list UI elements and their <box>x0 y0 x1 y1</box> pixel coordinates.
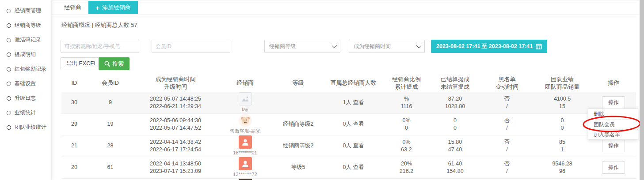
cell-settled: 61.40154.80 <box>430 157 480 178</box>
sidebar-item-label: 激活码记录 <box>15 36 41 44</box>
cell-direct-count: 0人 查看 <box>324 178 383 180</box>
table-row: 29192022-05-06 09:44:302022-05-07 14:47:… <box>61 113 636 135</box>
search-button[interactable]: 搜索 <box>99 57 130 70</box>
table-row: 19162022-04-14 08:58:052022-09-02 11:52:… <box>61 178 636 180</box>
cell-member-id: 61 <box>87 157 133 178</box>
row-action-dropdown: 删除团队会员加入黑名单 <box>588 109 638 140</box>
cell-blacklist: 否/ <box>480 113 533 135</box>
sidebar-menu: 经销商管理经销商等级激活码记录提成明细红包奖励记录基础设置升级日志业绩统计团队业… <box>0 0 51 135</box>
cell-dealer: lay <box>217 92 273 113</box>
cell-direct-count: 1人 查看 <box>324 92 383 113</box>
date-range-button[interactable]: 2023-08-02 17:41 至 2023-08-02 17:41 <box>431 40 547 53</box>
row-action-button[interactable]: 操作 <box>602 96 625 109</box>
sidebar-item-label: 经销商管理 <box>15 7 41 15</box>
sidebar-item-label: 基础设置 <box>15 80 36 87</box>
cell-level <box>273 178 324 180</box>
cell-settled: 87.201028.80 <box>430 92 480 113</box>
cell-ratio: 0%0 <box>383 113 430 135</box>
become-time-select-value: 成为经销商时间 <box>354 43 391 50</box>
date-range-value: 2023-08-02 17:41 至 2023-08-02 17:41 <box>436 43 533 50</box>
tabbar: 经销商 + 添加经销商 <box>52 0 640 15</box>
sidebar-item[interactable]: 提成明细 <box>0 47 51 62</box>
cell-team: 1223.994 <box>533 178 591 180</box>
circle-icon <box>7 9 11 13</box>
cell-team: 9546.2896 <box>533 157 591 178</box>
add-dealer-label: 添加经销商 <box>102 4 131 11</box>
column-header: 成为经销商时间升级时间 <box>133 74 217 92</box>
scrollbar-thumb[interactable] <box>640 0 644 180</box>
cell-level: 经销商等级2 <box>273 113 324 135</box>
become-time-select[interactable]: 成为经销商时间 <box>349 40 425 53</box>
sidebar: 经销商管理经销商等级激活码记录提成明细红包奖励记录基础设置升级日志业绩统计团队业… <box>0 0 52 180</box>
circle-icon <box>7 38 11 42</box>
cell-times: 2022-05-07 14:48:252022-06-21 14:29:34 <box>133 92 217 113</box>
cell-id: 21 <box>61 135 87 157</box>
cell-team: 4100.515 <box>533 92 591 113</box>
avatar <box>239 179 252 180</box>
avatar <box>239 157 252 170</box>
dealer-level-select-value: 经销商等级 <box>269 43 296 50</box>
view-link[interactable]: 查看 <box>353 142 364 149</box>
cell-ratio: 20%216.2 <box>383 157 430 178</box>
cell-settled: 210.804113.83 <box>430 178 480 180</box>
cell-member-id: 19 <box>87 113 133 135</box>
sidebar-item[interactable]: 红包奖励记录 <box>0 62 51 76</box>
dealer-name: 售后客服-高光 <box>217 128 273 135</box>
dropdown-item[interactable]: 删除 <box>588 109 638 119</box>
sidebar-item[interactable]: 经销商等级 <box>0 18 51 33</box>
view-link[interactable]: 查看 <box>353 99 364 105</box>
tab-dealer[interactable]: 经销商 <box>64 4 81 11</box>
view-link[interactable]: 查看 <box>353 164 364 170</box>
cell-id: 29 <box>61 113 87 135</box>
sidebar-item[interactable]: 基础设置 <box>0 76 51 91</box>
calendar-icon <box>536 43 542 49</box>
magnifier-icon <box>104 61 110 67</box>
cell-id: 19 <box>61 178 87 180</box>
sidebar-item[interactable]: 经销商管理 <box>0 4 51 18</box>
dropdown-item[interactable]: 团队会员 <box>588 119 638 129</box>
vertical-scrollbar[interactable] <box>640 0 644 180</box>
cell-level <box>273 92 324 113</box>
cell-direct-count: 0人 查看 <box>324 157 383 178</box>
keyword-search-input[interactable] <box>61 40 139 53</box>
member-id-input[interactable] <box>152 40 230 53</box>
column-header: 直属总经销商人数 <box>324 74 383 92</box>
table-row: 3092022-05-07 14:48:252022-06-21 14:29:3… <box>61 92 636 113</box>
circle-icon <box>7 67 11 71</box>
dealer-admin-page: 经销商管理经销商等级激活码记录提成明细红包奖励记录基础设置升级日志业绩统计团队业… <box>0 0 644 180</box>
sidebar-item-label: 团队业绩统计 <box>15 124 46 131</box>
column-header: 等级 <box>273 74 324 92</box>
dealer-level-select[interactable]: 经销商等级 <box>264 40 340 53</box>
cell-times: 2022-04-14 14:38:422022-06-17 17:24:54 <box>133 135 217 157</box>
column-header: 经销商 <box>217 74 273 92</box>
dropdown-item[interactable]: 加入黑名单 <box>588 129 638 139</box>
cell-times: 2022-05-06 09:44:302022-05-07 14:47:52 <box>133 113 217 135</box>
cell-ratio: %1116 <box>383 92 430 113</box>
circle-icon <box>7 111 11 115</box>
search-label: 搜索 <box>112 60 124 68</box>
table-row: 20612022-04-14 13:48:502023-07-17 15:23:… <box>61 157 636 178</box>
column-header: 经销商比例累计提成 <box>383 74 430 92</box>
sidebar-item[interactable]: 激活码记录 <box>0 33 51 47</box>
row-action-button[interactable]: 操作 <box>602 139 625 152</box>
cell-level: 经销商等级2 <box>273 135 324 157</box>
view-link[interactable]: 查看 <box>353 121 364 127</box>
add-dealer-button[interactable]: + 添加经销商 <box>88 1 138 14</box>
cell-action: 操作 <box>591 157 636 178</box>
cell-team: 00 <box>533 113 591 135</box>
table-row: 21282022-04-14 14:38:422022-06-17 17:24:… <box>61 135 636 157</box>
row-action-button[interactable]: 操作 <box>602 161 625 174</box>
sidebar-item[interactable]: 业绩统计 <box>0 105 51 120</box>
column-header: ID <box>61 74 87 92</box>
sidebar-item[interactable]: 团队业绩统计 <box>0 120 51 135</box>
table-header-row: ID会员ID成为经销商时间升级时间经销商等级直属总经销商人数经销商比例累计提成已… <box>61 74 636 92</box>
cell-times: 2022-04-14 13:48:502023-07-17 15:23:09 <box>133 157 217 178</box>
circle-icon <box>7 23 11 28</box>
cell-team: 851 <box>533 135 591 157</box>
circle-icon <box>7 96 11 101</box>
export-excel-button[interactable]: 导出 EXCEL <box>61 57 103 70</box>
sidebar-item[interactable]: 升级日志 <box>0 91 51 105</box>
sidebar-item-label: 红包奖励记录 <box>15 65 46 73</box>
dealer-name: 18*******01 <box>217 149 273 157</box>
dealer-table: ID会员ID成为经销商时间升级时间经销商等级直属总经销商人数经销商比例累计提成已… <box>61 74 636 180</box>
